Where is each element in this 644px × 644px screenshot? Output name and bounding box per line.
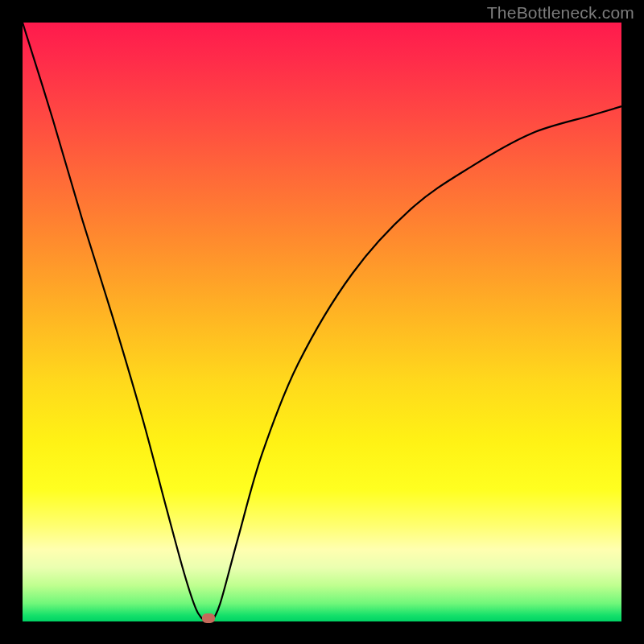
watermark-text: TheBottleneck.com <box>487 3 634 23</box>
chart-frame: TheBottleneck.com <box>0 0 644 644</box>
bottleneck-curve <box>23 23 621 621</box>
optimal-point-marker <box>202 613 215 623</box>
plot-area <box>23 23 621 621</box>
